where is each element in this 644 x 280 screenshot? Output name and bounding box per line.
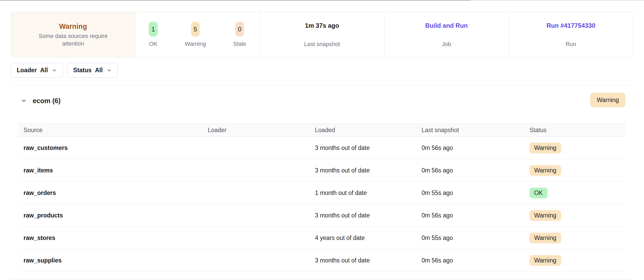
loaded-value: 3 months out of date [310, 257, 417, 264]
loaded-value: 3 months out of date [310, 212, 417, 219]
group-title[interactable]: ecom (6) [33, 97, 61, 105]
run-card: Run #417754330 Run [509, 12, 633, 57]
warning-count-label: Warning [185, 40, 206, 48]
loaded-value: 3 months out of date [310, 144, 417, 152]
last-snapshot-card: 1m 37s ago Last snapshot [260, 12, 384, 57]
status-badge: Warning [530, 143, 561, 153]
table-row[interactable]: raw_products 3 months out of date 0m 56s… [19, 204, 626, 227]
overall-status-card: Warning Some data sources require attent… [11, 12, 135, 57]
last-snapshot-value: 0m 56s ago [417, 257, 525, 264]
table-row[interactable]: raw_orders 1 month out of date 0m 55s ag… [19, 182, 626, 204]
status-filter-value: All [95, 67, 102, 74]
status-badge: Warning [530, 233, 561, 243]
source-name: raw_supplies [19, 257, 203, 264]
overall-status-title: Warning [59, 22, 87, 31]
stale-count-pill: 0 [235, 22, 244, 37]
count-stale: 0 Stale [233, 22, 246, 48]
loader-filter-label: Loader [17, 67, 37, 74]
top-progress-fill [0, 0, 470, 1]
status-filter-dropdown[interactable]: Status All [67, 63, 118, 78]
data-sources-table: Source Loader Loaded Last snapshot Statu… [19, 124, 626, 272]
group-collapse-chevron-icon[interactable] [19, 96, 29, 106]
last-snapshot-value: 0m 55s ago [417, 234, 525, 242]
count-ok: 1 OK [149, 22, 157, 48]
summary-cards: Warning Some data sources require attent… [11, 12, 633, 58]
header-status: Status [525, 127, 626, 134]
last-snapshot-value: 0m 55s ago [417, 189, 525, 197]
table-row[interactable]: raw_items 3 months out of date 0m 56s ag… [19, 159, 626, 182]
group-status-badge: Warning [590, 93, 625, 107]
last-snapshot-value: 0m 56s ago [417, 167, 525, 174]
job-label: Job [442, 41, 451, 48]
table-row[interactable]: raw_customers 3 months out of date 0m 56… [19, 137, 626, 159]
source-name: raw_customers [19, 144, 203, 152]
source-name: raw_items [19, 167, 203, 174]
loader-filter-value: All [40, 67, 48, 74]
header-source: Source [19, 127, 203, 134]
ok-count-label: OK [149, 40, 157, 48]
ok-count-pill: 1 [149, 22, 157, 37]
header-last-snapshot: Last snapshot [417, 127, 525, 134]
last-snapshot-value: 0m 56s ago [417, 144, 525, 152]
header-loader: Loader [203, 127, 310, 134]
data-sources-dashboard: Warning Some data sources require attent… [0, 0, 644, 280]
loaded-value: 4 years out of date [310, 234, 417, 242]
last-snapshot-value: 0m 56s ago [417, 212, 525, 219]
source-name: raw_products [19, 212, 203, 219]
job-card: Build and Run Job [384, 12, 509, 57]
loaded-value: 3 months out of date [310, 167, 417, 174]
counts-row: 1 OK 5 Warning 0 Stale [149, 22, 246, 48]
source-name: raw_stores [19, 234, 203, 242]
table-row[interactable]: raw_stores 4 years out of date 0m 55s ag… [19, 227, 626, 249]
status-badge: Warning [530, 210, 561, 221]
group-header-ecom: ecom (6) Warning [19, 90, 625, 111]
overall-status-subtitle: Some data sources require attention [30, 32, 116, 47]
loaded-value: 1 month out of date [310, 189, 417, 197]
job-link[interactable]: Build and Run [425, 22, 468, 30]
run-link[interactable]: Run #417754330 [547, 22, 595, 30]
table-header-row: Source Loader Loaded Last snapshot Statu… [19, 124, 626, 137]
chevron-down-icon [52, 68, 57, 73]
status-badge: Warning [530, 255, 561, 266]
stale-count-label: Stale [233, 40, 246, 48]
status-badge: OK [530, 188, 548, 198]
status-filter-label: Status [73, 67, 91, 74]
warning-count-pill: 5 [191, 22, 200, 37]
count-warning: 5 Warning [185, 22, 206, 48]
section-divider [11, 85, 633, 86]
run-label: Run [566, 41, 576, 48]
last-snapshot-value: 1m 37s ago [305, 22, 339, 30]
counts-card: 1 OK 5 Warning 0 Stale [135, 12, 260, 57]
loader-filter-dropdown[interactable]: Loader All [11, 63, 63, 78]
status-badge: Warning [530, 165, 561, 176]
top-progress-track [0, 0, 644, 1]
bottom-divider [11, 279, 633, 279]
filters-bar: Loader All Status All [11, 63, 118, 78]
header-loaded: Loaded [310, 127, 417, 134]
last-snapshot-label: Last snapshot [304, 41, 340, 48]
chevron-down-icon [107, 68, 112, 73]
table-row[interactable]: raw_supplies 3 months out of date 0m 56s… [19, 249, 626, 272]
source-name: raw_orders [19, 189, 203, 197]
